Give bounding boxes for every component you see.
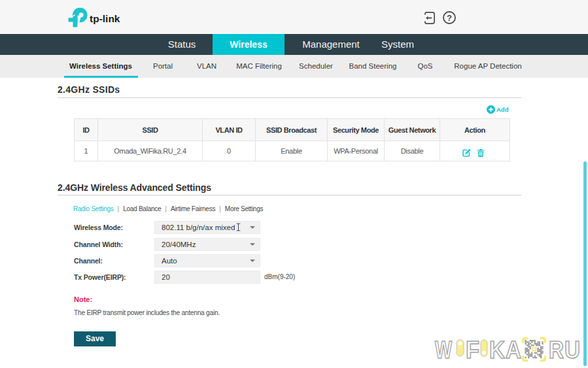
svg-text:K: K xyxy=(489,337,505,363)
svg-text:R: R xyxy=(549,337,564,363)
svg-text:F: F xyxy=(466,337,479,363)
svg-text:A: A xyxy=(506,337,521,363)
svg-text:W: W xyxy=(435,337,452,363)
svg-text:U: U xyxy=(564,337,580,363)
svg-text:?: ? xyxy=(447,13,452,23)
